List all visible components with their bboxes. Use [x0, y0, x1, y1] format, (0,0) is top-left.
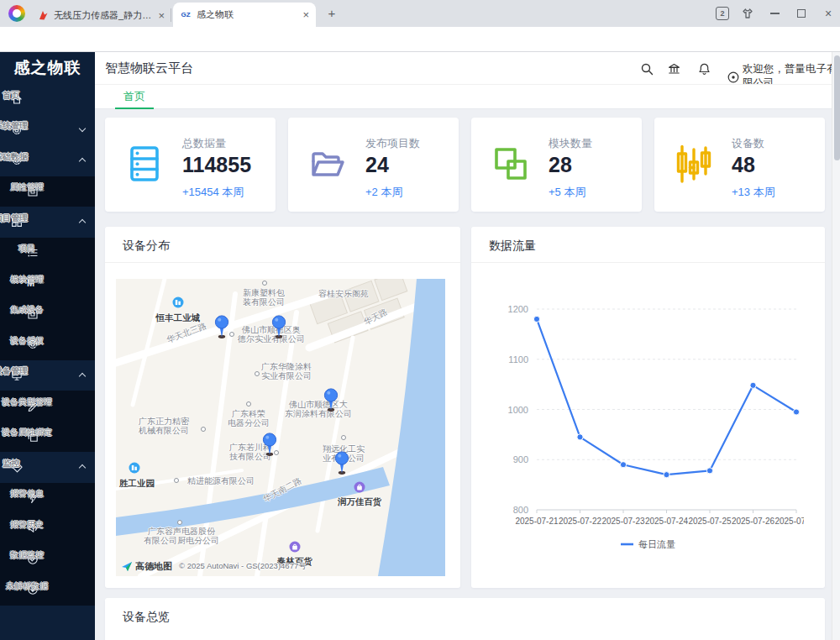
- stat-card: 总数据量114855+15454 本周: [105, 118, 276, 212]
- panel-title: 设备分布: [123, 239, 170, 254]
- svg-text:1200: 1200: [508, 304, 528, 314]
- sidebar-item-label: 设备管理: [0, 366, 28, 375]
- tab-count-badge[interactable]: 2: [716, 7, 729, 20]
- database-icon: [125, 144, 165, 184]
- tab-title: 感之物联: [197, 8, 297, 21]
- tab-close-icon[interactable]: ×: [158, 9, 165, 22]
- sidebar-item[interactable]: 项目: [0, 238, 95, 269]
- sidebar-item-label: 报警历史: [10, 519, 44, 528]
- sidebar-item[interactable]: 系统管理: [0, 115, 95, 146]
- header-bell-icon[interactable]: [696, 61, 711, 76]
- window-maximize-button[interactable]: [793, 0, 810, 27]
- tab-home[interactable]: 首页: [115, 85, 154, 109]
- stat-value: 48: [732, 153, 755, 177]
- amap-canvas[interactable]: 新康塑料包 装有限公司容桂安乐阁苑恒丰工业城华天北三路佛山市顺德区奥 德尔实业有…: [116, 279, 445, 576]
- sidebar-item[interactable]: 报警历史: [0, 513, 95, 544]
- daily-flow-line-chart[interactable]: 8009001000110012002025-07-212025-07-2220…: [471, 265, 804, 588]
- panel-title: 设备总览: [123, 610, 170, 625]
- sidebar-item-label: 设备类型管理: [2, 396, 52, 406]
- sidebar-item[interactable]: 报警信息: [0, 483, 95, 514]
- map-mall-icon: [354, 481, 365, 493]
- map-device-pin[interactable]: [271, 315, 287, 338]
- sidebar-item-label: 属性管理: [10, 182, 44, 191]
- sidebar-item[interactable]: 属性管理: [0, 176, 95, 207]
- svg-text:2025-07-23: 2025-07-23: [601, 517, 645, 526]
- modules-icon: [491, 144, 531, 184]
- map-label: 润万佳百货: [338, 497, 382, 506]
- map-poi-dot: [262, 281, 267, 286]
- sidebar-item[interactable]: 监控: [0, 452, 95, 483]
- app-header: 智慧物联云平台 欢迎您，普量电子有限公司 退出登录: [95, 52, 840, 84]
- sidebar-item-label: 报警信息: [10, 489, 44, 498]
- data-flow-panel: 数据流量 8009001000110012002025-07-212025-07…: [471, 227, 825, 588]
- page-title: 智慧物联云平台: [105, 60, 193, 76]
- map-poi-dot: [177, 520, 182, 525]
- browser-tab-2[interactable]: GZ 感之物联 ×: [173, 3, 316, 27]
- sidebar-item[interactable]: 集成设备: [0, 299, 95, 330]
- screen: 无线压力传感器_静力水准仪_ × GZ 感之物联 × + 2 × AI http…: [0, 0, 840, 640]
- sidebar-item[interactable]: 首页: [0, 84, 95, 115]
- new-tab-button[interactable]: +: [324, 6, 339, 21]
- map-device-pin[interactable]: [262, 433, 278, 456]
- sidebar-item[interactable]: 未解析数据: [0, 574, 95, 606]
- browser-logo-icon[interactable]: [8, 5, 25, 22]
- map-poi-dot: [246, 401, 251, 407]
- map-device-pin[interactable]: [323, 388, 339, 412]
- sidebar-item[interactable]: 设备属性绑定: [0, 422, 95, 453]
- map-mall-icon: [289, 541, 301, 553]
- map-label: 新康塑料包 装有限公司: [243, 288, 285, 307]
- browser-address-bar: AI http://www.puliangiot.com/dashboard/a…: [0, 27, 840, 52]
- header-search-icon[interactable]: [639, 61, 654, 76]
- sidebar-item-label: 系统管理: [0, 121, 28, 130]
- header-org-icon[interactable]: [666, 61, 681, 76]
- svg-text:2025-07-21: 2025-07-21: [515, 517, 559, 526]
- sidebar-item-label: 设备授权: [10, 335, 44, 344]
- sidebar-item[interactable]: 设备类型管理: [0, 391, 95, 422]
- page-tab-strip: 首页: [95, 84, 840, 109]
- svg-text:2025-07-22: 2025-07-22: [559, 517, 602, 526]
- panel-title: 数据流量: [489, 239, 536, 254]
- sidebar-item-label: 首页: [3, 90, 19, 99]
- user-circle-icon: [727, 71, 739, 83]
- chart-legend-label: 每日流量: [638, 539, 675, 549]
- sidebar-item[interactable]: 设备授权: [0, 329, 95, 360]
- stat-delta: +13 本周: [732, 185, 775, 200]
- window-close-button[interactable]: ×: [820, 0, 837, 27]
- sidebar-item[interactable]: 基础数据: [0, 145, 95, 176]
- dashboard-content: 总数据量114855+15454 本周发布项目数24+2 本周模块数量28+5 …: [95, 109, 832, 640]
- chevron-up-icon: [79, 464, 86, 471]
- sidebar-item[interactable]: 数据监控: [0, 544, 95, 575]
- map-poi-dot: [341, 435, 346, 440]
- sidebar-item[interactable]: 设备管理: [0, 360, 95, 391]
- map-poi-dot: [229, 332, 234, 337]
- stat-card: 设备数48+13 本周: [654, 118, 825, 212]
- scrollbar-thumb[interactable]: [834, 55, 840, 160]
- chevron-up-icon: [79, 158, 86, 165]
- map-label: 广东正力精密 机械有限公司: [139, 417, 189, 435]
- stat-card: 发布项目数24+2 本周: [288, 118, 459, 212]
- theme-skin-icon[interactable]: [739, 0, 756, 27]
- stat-label: 设备数: [732, 136, 764, 151]
- map-copyright: © 2025 AutoNavi - GS(2023)4677号: [179, 561, 307, 572]
- sidebar-item-label: 模块管理: [10, 274, 44, 283]
- sidebar-item[interactable]: M模块管理: [0, 268, 95, 299]
- map-poi-dot: [201, 427, 206, 432]
- map-device-pin[interactable]: [334, 451, 350, 475]
- map-attribution-bar: 高德地图 © 2025 AutoNavi - GS(2023)4677号: [121, 560, 307, 573]
- browser-tab-1[interactable]: 无线压力传感器_静力水准仪_ ×: [30, 3, 171, 27]
- tab1-favicon-icon: [37, 9, 49, 21]
- window-minimize-button[interactable]: [766, 0, 783, 27]
- tab-title: 无线压力传感器_静力水准仪_: [54, 9, 153, 22]
- sidebar-item-label: 设备属性绑定: [2, 428, 52, 437]
- page-scrollbar[interactable]: [832, 52, 840, 640]
- sidebar-item[interactable]: 项目管理: [0, 207, 95, 238]
- stat-delta: +5 本周: [549, 185, 585, 200]
- chevron-down-icon: [79, 124, 86, 131]
- svg-text:2025-07-27: 2025-07-27: [774, 517, 804, 526]
- svg-text:800: 800: [513, 505, 528, 515]
- tab2-favicon-icon: GZ: [180, 9, 192, 21]
- map-device-pin[interactable]: [214, 315, 230, 338]
- tab-close-icon[interactable]: ×: [302, 8, 309, 21]
- sidebar: 感之物联 首页系统管理基础数据属性管理项目管理项目M模块管理集成设备设备授权设备…: [0, 52, 95, 640]
- map-poi-dot: [255, 371, 260, 376]
